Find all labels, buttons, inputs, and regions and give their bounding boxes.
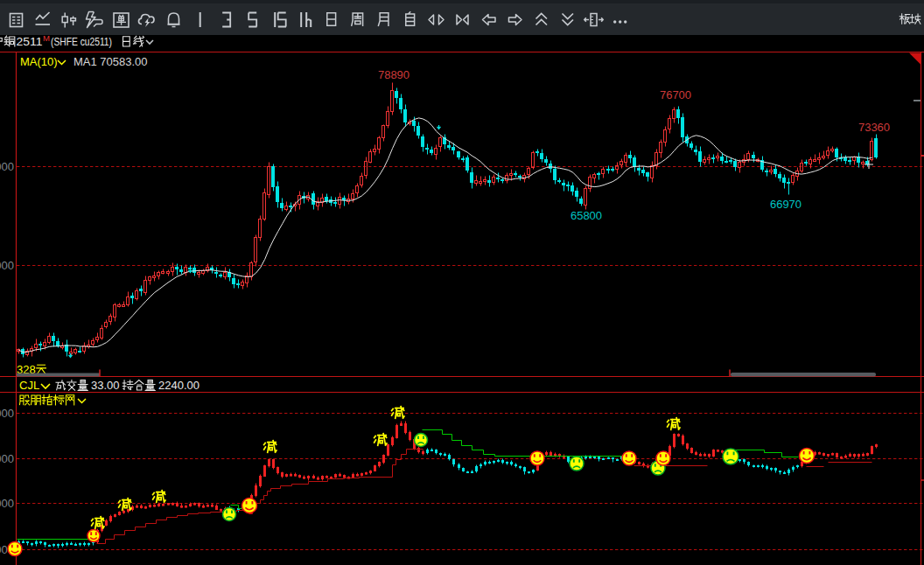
svg-text:76700: 76700 — [660, 88, 691, 101]
svg-text:MA1 70583.00: MA1 70583.00 — [74, 55, 148, 68]
svg-text:2240.00: 2240.00 — [158, 379, 200, 392]
svg-text:000: 000 — [0, 160, 14, 173]
svg-text:000: 000 — [0, 259, 14, 272]
svg-text:78890: 78890 — [378, 68, 410, 81]
svg-text:66970: 66970 — [770, 198, 802, 211]
svg-text:33.00: 33.00 — [91, 379, 120, 392]
svg-text:73360: 73360 — [858, 121, 890, 134]
svg-text:65800: 65800 — [570, 209, 602, 222]
svg-text:000: 000 — [0, 497, 14, 510]
svg-text:2511: 2511 — [17, 35, 43, 48]
svg-text:000: 000 — [0, 407, 14, 420]
svg-text:MA(10): MA(10) — [20, 55, 58, 68]
svg-text:CJL: CJL — [19, 379, 39, 392]
svg-text:M: M — [43, 33, 50, 43]
svg-text:(SHFE cu2511): (SHFE cu2511) — [51, 35, 112, 48]
svg-text:000: 000 — [0, 452, 14, 465]
